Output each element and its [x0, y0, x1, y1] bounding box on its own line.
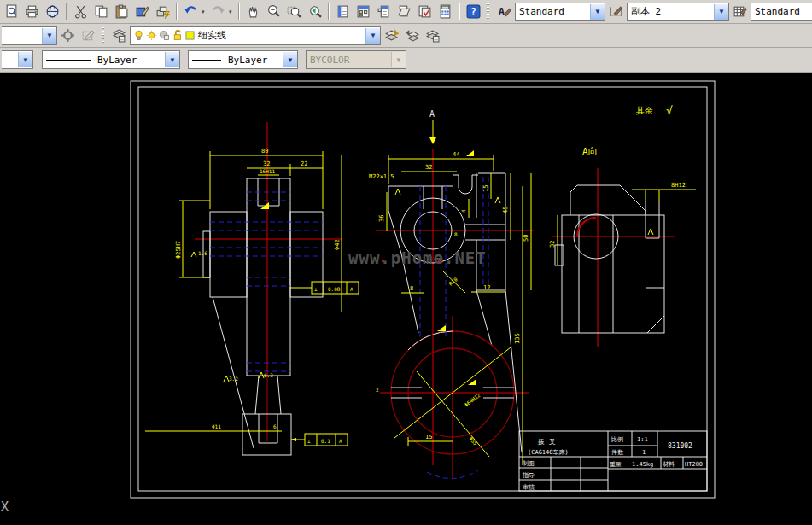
zoom-window-icon	[287, 4, 301, 19]
publish-button[interactable]	[43, 3, 62, 21]
plot-style-value: BYCOLOR	[307, 55, 353, 66]
dim-style-icon	[609, 4, 623, 19]
chevron-down-icon[interactable]: ▼	[590, 4, 605, 20]
layer-plot-icon	[159, 30, 170, 41]
dim-label: 15	[425, 434, 432, 440]
paste-button[interactable]	[112, 3, 131, 21]
layer-on-bulb-icon	[133, 30, 144, 41]
machining-mark	[437, 325, 446, 331]
toolbar-grip[interactable]	[487, 3, 491, 20]
layer-isolate-button[interactable]	[79, 26, 98, 45]
properties-palette-button[interactable]	[333, 3, 353, 21]
part-name: 拨 叉	[537, 438, 556, 446]
printer-icon	[25, 4, 39, 19]
table-style-value: Standard	[751, 6, 803, 17]
text-style-combo[interactable]: Standard ▼	[515, 3, 605, 21]
plot-button[interactable]	[22, 3, 42, 21]
chevron-down-icon[interactable]: ▼	[283, 52, 297, 67]
table-style-combo[interactable]: Standard	[751, 3, 812, 21]
undo-dropdown-arrow[interactable]: ▾	[202, 9, 207, 15]
linetype-combo[interactable]: ByLayer ▼	[42, 50, 180, 69]
dim-label: 80	[261, 148, 268, 155]
dim-label: Φ64H12	[463, 392, 482, 408]
calculator-icon	[438, 4, 453, 19]
designcenter-icon	[356, 4, 371, 19]
dim-label: 0.1	[321, 438, 330, 444]
dim-style-button[interactable]	[606, 3, 626, 21]
dim-label: 2	[376, 387, 379, 393]
sheet-inner-border	[138, 87, 707, 491]
dim-label: 22	[301, 160, 307, 167]
svg-text:?: ?	[470, 6, 476, 18]
workspace-combo[interactable]: ▼	[2, 26, 57, 45]
chevron-down-icon[interactable]: ▼	[165, 52, 179, 67]
layer-combo[interactable]: 细实线 ▼	[130, 26, 381, 45]
chevron-down-icon[interactable]: ▼	[714, 4, 728, 20]
chevron-down-icon[interactable]: ▼	[18, 52, 32, 67]
layers-toolbar: ▼ 细实线 ▼	[0, 24, 812, 48]
row-guide-label: 指导	[522, 472, 535, 479]
pan-hand-icon	[246, 4, 260, 19]
drawing-canvas[interactable]: X 其余 √	[0, 73, 812, 525]
watermark: www.pHome.NET	[348, 248, 487, 267]
text-style-button[interactable]: A	[494, 3, 514, 21]
standard-toolbar: ▾ ▾ ? A Standard ▼ 副本 2 ▼ Standard	[0, 0, 812, 24]
watermark-text: www.pHome.NET	[348, 248, 487, 267]
dim-label: 8	[454, 231, 458, 237]
pan-realtime-button[interactable]	[243, 3, 263, 21]
redo-button[interactable]	[208, 3, 228, 21]
chevron-down-icon[interactable]: ▼	[42, 28, 56, 44]
layer-properties-button[interactable]	[109, 26, 129, 45]
copy-button[interactable]	[91, 3, 111, 21]
tolerance-frame: ⊥ 0.08 A	[290, 282, 359, 294]
dim-label: 4	[460, 209, 466, 213]
dim-label: 50	[523, 235, 529, 242]
tool-palettes-button[interactable]	[374, 3, 394, 21]
properties-icon	[336, 4, 350, 19]
cut-button[interactable]	[71, 3, 91, 21]
layer-states-button[interactable]	[423, 26, 442, 45]
undo-button[interactable]	[181, 3, 201, 21]
zoom-window-button[interactable]	[284, 3, 304, 21]
material-value: HT200	[685, 461, 703, 468]
table-style-icon	[733, 4, 747, 19]
plot-preview-button[interactable]	[2, 3, 21, 21]
block-editor-button[interactable]	[153, 3, 172, 21]
title-block: 拨 叉 (CA6140车床) 比例 1:1 件数 1 831002 制图 指导 …	[519, 431, 707, 491]
plot-style-combo: BYCOLOR ▼	[306, 50, 406, 69]
dim-label: Φ55	[468, 435, 479, 446]
linetype-sample	[46, 60, 91, 61]
make-object-layer-current-button[interactable]	[382, 26, 401, 45]
gear-icon	[61, 28, 75, 43]
dim-style-combo[interactable]: 副本 2 ▼	[627, 3, 729, 21]
sheet-set-manager-button[interactable]	[394, 3, 414, 21]
section-label: A	[429, 109, 435, 119]
settings-button[interactable]	[58, 26, 78, 45]
plot-preview-icon	[4, 4, 19, 19]
dim-label: 12	[483, 284, 490, 291]
table-style-button[interactable]	[730, 3, 750, 21]
separator	[328, 3, 330, 20]
chevron-down-icon[interactable]: ▼	[365, 28, 380, 44]
text-style-value: Standard	[516, 6, 568, 17]
toolbar-grip[interactable]	[102, 27, 106, 44]
layer-previous-button[interactable]	[402, 26, 422, 45]
quickcalc-button[interactable]	[435, 3, 455, 21]
material-label: 材料	[663, 461, 675, 468]
dim-label: 6	[273, 423, 277, 429]
scale-label: 比例	[611, 436, 623, 443]
zoom-realtime-button[interactable]	[264, 3, 283, 21]
dim-label: A	[350, 286, 353, 292]
designcenter-button[interactable]	[353, 3, 373, 21]
globe-icon	[45, 4, 60, 19]
match-properties-button[interactable]	[132, 3, 152, 21]
zoom-previous-button[interactable]	[305, 3, 324, 21]
lineweight-combo[interactable]: ByLayer ▼	[188, 50, 298, 69]
redo-dropdown-arrow[interactable]: ▾	[229, 9, 235, 15]
markup-set-manager-button[interactable]	[415, 3, 435, 21]
dim-label: 44	[453, 151, 459, 158]
cad-window: ▾ ▾ ? A Standard ▼ 副本 2 ▼ Standard	[0, 0, 812, 525]
help-button[interactable]: ?	[464, 3, 483, 21]
color-combo[interactable]: ▼	[2, 50, 33, 69]
qty-label: 件数	[611, 449, 624, 456]
